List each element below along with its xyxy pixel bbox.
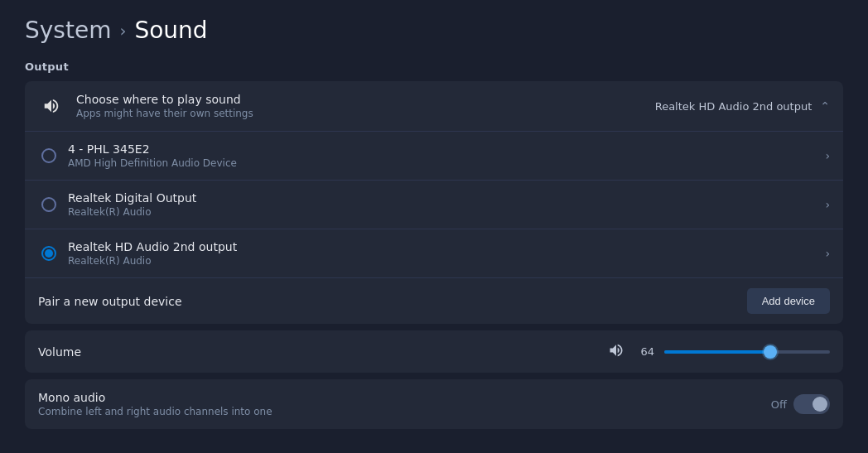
settings-page: System › Sound Output Choose where to pl… — [0, 0, 868, 453]
device-desc-1: Realtek(R) Audio — [68, 206, 196, 218]
mono-audio-card: Mono audio Combine left and right audio … — [25, 379, 843, 429]
choose-output-card: Choose where to play sound Apps might ha… — [25, 81, 843, 324]
mono-toggle-area: Off — [771, 394, 830, 414]
device-list: 4 - PHL 345E2 AMD High Definition Audio … — [25, 131, 843, 324]
radio-button-2[interactable] — [41, 246, 56, 261]
device-text-2: Realtek HD Audio 2nd output Realtek(R) A… — [68, 240, 237, 267]
mono-audio-title: Mono audio — [38, 391, 272, 404]
device-name-0: 4 - PHL 345E2 — [68, 142, 237, 156]
arrow-right-icon-1: › — [825, 198, 830, 211]
mono-audio-text: Mono audio Combine left and right audio … — [38, 391, 272, 417]
card-header-text: Choose where to play sound Apps might ha… — [76, 93, 253, 119]
arrow-right-icon-0: › — [825, 149, 830, 162]
device-row[interactable]: Realtek HD Audio 2nd output Realtek(R) A… — [25, 229, 843, 278]
breadcrumb: System › Sound — [25, 17, 843, 44]
pair-label: Pair a new output device — [38, 295, 182, 308]
mono-audio-subtitle: Combine left and right audio channels in… — [38, 406, 272, 417]
volume-label-area: Volume — [38, 345, 81, 359]
device-row[interactable]: 4 - PHL 345E2 AMD High Definition Audio … — [25, 132, 843, 181]
volume-controls: 64 — [608, 342, 830, 361]
device-desc-0: AMD High Definition Audio Device — [68, 157, 237, 169]
mono-toggle-label: Off — [771, 398, 787, 411]
radio-inner-2 — [45, 249, 53, 258]
device-row[interactable]: Realtek Digital Output Realtek(R) Audio … — [25, 181, 843, 229]
device-text-0: 4 - PHL 345E2 AMD High Definition Audio … — [68, 142, 237, 169]
device-row-left: Realtek Digital Output Realtek(R) Audio — [41, 191, 196, 218]
device-desc-2: Realtek(R) Audio — [68, 255, 237, 267]
card-header-left: Choose where to play sound Apps might ha… — [38, 93, 253, 119]
device-text-1: Realtek Digital Output Realtek(R) Audio — [68, 191, 196, 218]
mono-audio-toggle[interactable] — [793, 394, 830, 414]
radio-button-1[interactable] — [41, 197, 56, 212]
radio-button-0[interactable] — [41, 148, 56, 163]
output-section-title: Output — [25, 60, 843, 73]
device-name-2: Realtek HD Audio 2nd output — [68, 240, 237, 253]
breadcrumb-separator: › — [119, 21, 126, 41]
selected-device-label: Realtek HD Audio 2nd output — [655, 100, 813, 113]
device-row-left: 4 - PHL 345E2 AMD High Definition Audio … — [41, 142, 237, 169]
device-name-1: Realtek Digital Output — [68, 191, 196, 205]
choose-output-header[interactable]: Choose where to play sound Apps might ha… — [25, 81, 843, 131]
breadcrumb-current: Sound — [134, 17, 207, 44]
pair-row: Pair a new output device Add device — [25, 278, 843, 324]
choose-output-subtitle: Apps might have their own settings — [76, 108, 253, 119]
volume-card: Volume 64 — [25, 330, 843, 373]
volume-slider-thumb[interactable] — [764, 345, 777, 359]
volume-slider-fill — [664, 350, 770, 354]
chevron-up-icon: ⌃ — [820, 99, 830, 113]
card-header-right: Realtek HD Audio 2nd output ⌃ — [655, 99, 830, 113]
add-device-button[interactable]: Add device — [747, 288, 830, 314]
volume-slider[interactable] — [664, 350, 830, 354]
volume-speaker-icon — [608, 342, 624, 361]
device-row-left: Realtek HD Audio 2nd output Realtek(R) A… — [41, 240, 237, 267]
breadcrumb-system[interactable]: System — [25, 17, 111, 44]
choose-output-title: Choose where to play sound — [76, 93, 253, 106]
arrow-right-icon-2: › — [825, 247, 830, 260]
speaker-icon — [38, 93, 65, 119]
volume-label: Volume — [38, 345, 81, 359]
toggle-knob — [813, 397, 827, 412]
volume-value: 64 — [634, 345, 654, 358]
